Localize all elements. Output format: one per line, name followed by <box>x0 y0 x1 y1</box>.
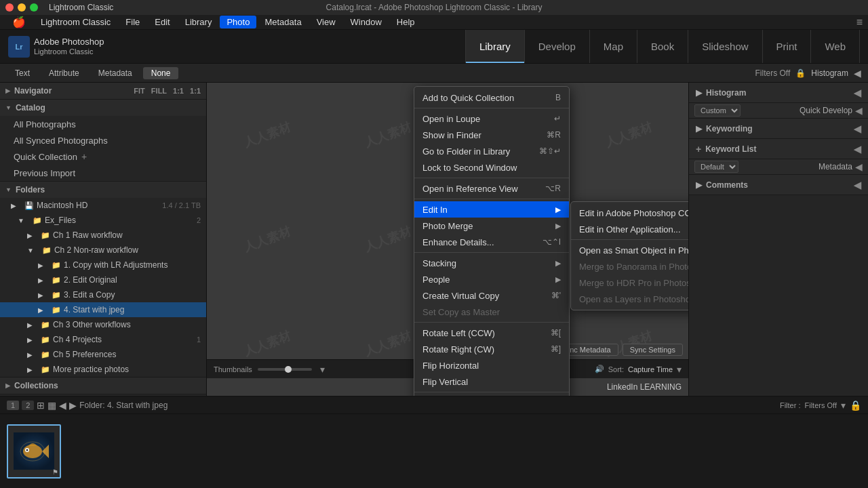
ch2-label: Ch 2 Non-raw workflow <box>54 245 138 255</box>
ctx-rotate-left[interactable]: Rotate Left (CCW) ⌘[ <box>414 325 569 341</box>
menu-window[interactable]: Window <box>344 16 389 28</box>
menu-lightroom[interactable]: Lightroom Classic <box>34 16 117 28</box>
nav-next-btn[interactable]: ▶ <box>69 400 77 411</box>
tab-print[interactable]: Print <box>762 30 811 63</box>
sync-settings-btn[interactable]: Sync Settings <box>623 344 683 356</box>
ctx-flip-vertical[interactable]: Flip Vertical <box>414 373 569 390</box>
filter-metadata[interactable]: Metadata <box>90 67 140 79</box>
close-button[interactable] <box>5 3 14 12</box>
custom-select[interactable]: Custom <box>694 104 741 117</box>
show-finder-shortcut: ⌘R <box>547 130 561 140</box>
menu-metadata[interactable]: Metadata <box>258 16 308 28</box>
ctx-smart-object[interactable]: Open as Smart Object in Photoshop... <box>571 242 688 258</box>
folder-macintosh-hd[interactable]: ▶ 💾 Macintosh HD 1.4 / 2.1 TB <box>0 198 206 213</box>
speaker-icon: 🔊 <box>595 365 604 373</box>
filters-off-status: Filters Off <box>805 401 837 409</box>
edit-orig-expand-icon: ▶ <box>38 277 43 284</box>
ch2-expand-icon: ▼ <box>27 247 34 254</box>
ctx-edit-in[interactable]: Edit In ▶ Edit in Adobe Photoshop CC 201… <box>414 201 569 218</box>
menu-help[interactable]: Help <box>390 16 422 28</box>
collections-header[interactable]: ▶ Collections <box>0 378 206 394</box>
context-menu[interactable]: Add to Quick Collection B Open in Loupe … <box>414 86 570 396</box>
folder-ch4[interactable]: ▶ 📁 Ch 4 Projects 1 <box>0 332 206 347</box>
folder-ch5[interactable]: ▶ 📁 Ch 5 Preferences <box>0 347 206 362</box>
folder-ch3[interactable]: ▶ 📁 Ch 3 Other workflows <box>0 317 206 332</box>
filter-none[interactable]: None <box>143 67 179 79</box>
ctx-set-flag[interactable]: Set Flag ▶ <box>414 394 569 396</box>
tab-library[interactable]: Library <box>465 30 524 63</box>
menu-photo[interactable]: Photo <box>220 16 256 28</box>
ctx-add-quick-collection[interactable]: Add to Quick Collection B <box>414 89 569 106</box>
grid-view-btn[interactable]: ⊞ <box>37 400 45 411</box>
ch1-label: Ch 1 Raw workflow <box>53 230 123 240</box>
tab-book[interactable]: Book <box>637 30 688 63</box>
tab-slideshow[interactable]: Slideshow <box>688 30 762 63</box>
tab-web[interactable]: Web <box>810 30 860 63</box>
menu-view[interactable]: View <box>310 16 342 28</box>
quick-collection-add-icon[interactable]: + <box>81 151 87 162</box>
filter-text[interactable]: Text <box>7 67 38 79</box>
folder-copy-lr[interactable]: ▶ 📁 1. Copy with LR Adjustments <box>0 258 206 272</box>
menu-edit[interactable]: Edit <box>148 16 176 28</box>
sidebar-item-previous-import[interactable]: Previous Import <box>0 165 206 181</box>
hd-size: 1.4 / 2.1 TB <box>162 201 201 209</box>
thumbnail-size-slider[interactable] <box>258 368 312 371</box>
stacking-label: Stacking <box>422 258 456 268</box>
ctx-rotate-right[interactable]: Rotate Right (CW) ⌘] <box>414 341 569 357</box>
filmstrip-thumb-1[interactable]: ⚑ <box>7 424 61 479</box>
right-panel-keywording[interactable]: ▶ Keywording ◀ <box>689 119 868 139</box>
metadata-select[interactable]: Default <box>694 161 738 173</box>
folder-edit-copy[interactable]: ▶ 📁 3. Edit a Copy <box>0 287 206 302</box>
tab-map[interactable]: Map <box>589 30 637 63</box>
ctx-edit-other[interactable]: Edit in Other Application... ⌥⌘E <box>571 221 688 237</box>
sidebar-item-synced-photographs[interactable]: All Synced Photographs <box>0 132 206 148</box>
folder-start-jpeg[interactable]: ▶ 📁 4. Start with jpeg <box>0 302 206 317</box>
show-finder-label: Show in Finder <box>422 130 481 140</box>
apple-menu[interactable]: 🍎 <box>5 14 33 30</box>
sidebar-item-quick-collection[interactable]: Quick Collection + <box>0 148 206 165</box>
ctx-people[interactable]: People ▶ <box>414 271 569 287</box>
ctx-flip-horizontal[interactable]: Flip Horizontal <box>414 357 569 373</box>
sort-value[interactable]: Capture Time <box>628 365 673 373</box>
all-photographs-label: All Photographs <box>14 119 76 129</box>
page-1-btn[interactable]: 1 <box>7 401 19 410</box>
add-quick-collection-label: Add to Quick Collection <box>422 93 514 103</box>
ctx-show-finder[interactable]: Show in Finder ⌘R <box>414 127 569 143</box>
ch3-expand-icon: ▶ <box>27 321 33 329</box>
right-panel-histogram[interactable]: ▶ Histogram ◀ <box>689 83 868 103</box>
smart-object-label: Open as Smart Object in Photoshop... <box>579 245 688 256</box>
histogram-btn[interactable]: Histogram <box>811 68 848 78</box>
film-badge-1: ⚑ <box>52 468 58 476</box>
ctx-create-virtual-copy[interactable]: Create Virtual Copy ⌘' <box>414 287 569 304</box>
catalog-header[interactable]: ▼ Catalog <box>0 100 206 116</box>
menu-library[interactable]: Library <box>178 16 219 28</box>
folder-ex-files[interactable]: ▼ 📁 Ex_Files 2 <box>0 213 206 228</box>
nav-prev-btn[interactable]: ◀ <box>59 400 66 411</box>
menu-file[interactable]: File <box>119 16 146 28</box>
folders-header[interactable]: ▼ Folders <box>0 182 206 198</box>
folder-ch1[interactable]: ▶ 📁 Ch 1 Raw workflow <box>0 228 206 243</box>
ctx-edit-photoshop[interactable]: Edit in Adobe Photoshop CC 2019... ⌘E <box>571 205 688 221</box>
filter-attribute[interactable]: Attribute <box>41 67 87 79</box>
page-2-btn[interactable]: 2 <box>22 401 34 410</box>
tab-develop[interactable]: Develop <box>524 30 589 63</box>
ctx-photo-merge[interactable]: Photo Merge ▶ <box>414 218 569 234</box>
catalog-arrow: ▼ <box>5 104 12 111</box>
ex-files-count: 2 <box>197 216 201 224</box>
maximize-button[interactable] <box>30 3 38 12</box>
ctx-go-to-folder[interactable]: Go to Folder in Library ⌘⇧↵ <box>414 143 569 159</box>
ctx-stacking[interactable]: Stacking ▶ <box>414 255 569 271</box>
right-panel-comments[interactable]: ▶ Comments ◀ <box>689 175 868 195</box>
filmstrip-view-btn[interactable]: ▦ <box>47 400 56 411</box>
right-panel-keyword-list[interactable]: + Keyword List ◀ <box>689 139 868 159</box>
folder-ch2[interactable]: ▼ 📁 Ch 2 Non-raw workflow <box>0 243 206 258</box>
folder-more-practice[interactable]: ▶ 📁 More practice photos <box>0 362 206 377</box>
navigator-header[interactable]: ▶ Navigator FIT FILL 1:1 1:1 <box>0 83 206 99</box>
minimize-button[interactable] <box>18 3 26 12</box>
ctx-open-loupe[interactable]: Open in Loupe ↵ <box>414 110 569 127</box>
folder-edit-original[interactable]: ▶ 📁 2. Edit Original <box>0 272 206 287</box>
sidebar-item-all-photographs[interactable]: All Photographs <box>0 116 206 132</box>
ctx-open-reference[interactable]: Open in Reference View ⌥R <box>414 180 569 197</box>
ctx-enhance-details[interactable]: Enhance Details... ⌥⌃I <box>414 234 569 250</box>
ctx-lock-second-window[interactable]: Lock to Second Window <box>414 159 569 176</box>
